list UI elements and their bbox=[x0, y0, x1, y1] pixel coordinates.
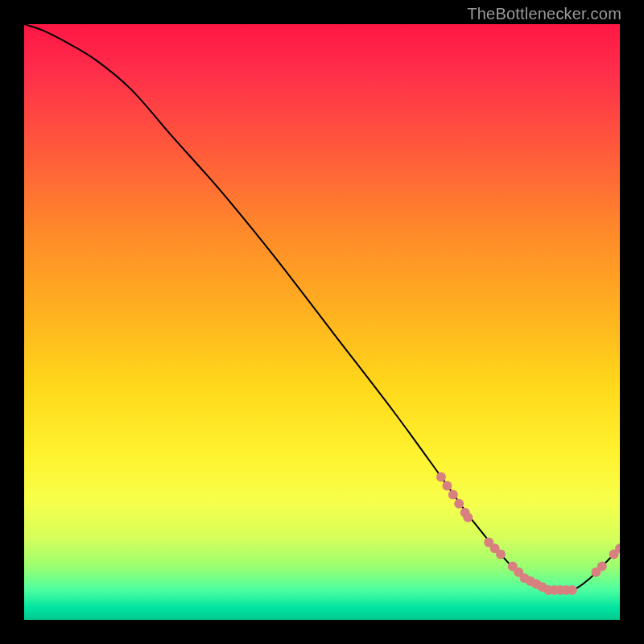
chart-frame: TheBottlenecker.com bbox=[0, 0, 644, 644]
data-point bbox=[463, 513, 473, 522]
data-point bbox=[597, 561, 607, 571]
curve-layer bbox=[24, 24, 620, 620]
data-point bbox=[442, 481, 452, 491]
bottleneck-curve bbox=[24, 24, 620, 592]
watermark-text: TheBottlenecker.com bbox=[467, 5, 621, 23]
data-point bbox=[436, 472, 446, 481]
data-point bbox=[568, 585, 577, 595]
data-point bbox=[448, 490, 458, 500]
data-point bbox=[454, 499, 464, 509]
data-point bbox=[496, 550, 506, 559]
plot-area bbox=[24, 24, 620, 620]
